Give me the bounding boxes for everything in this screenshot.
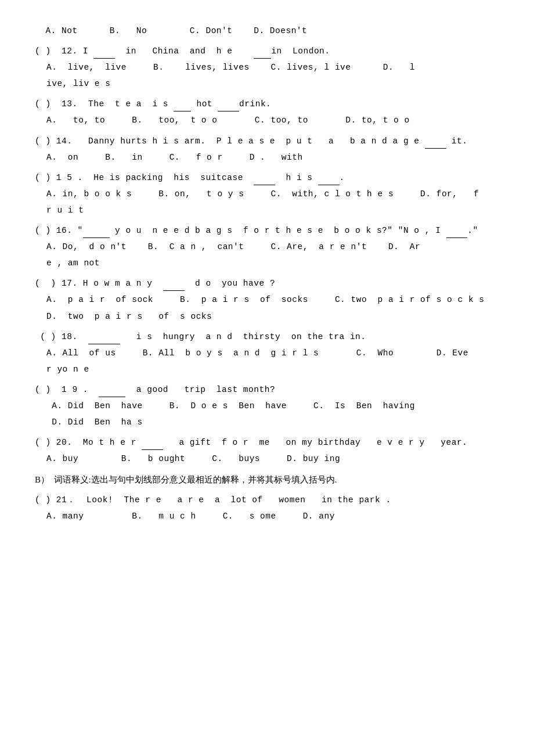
q16-options1: A. Do, d o n't B. C a n , can't C. Are, …	[46, 239, 499, 254]
q17-stem: ( ) 17. H o w m a n y d o you have ?	[35, 275, 499, 291]
q20-options: A. buy B. b ought C. buys D. buy ing	[46, 451, 499, 466]
q19-block: ( ) 1 9 . a good trip last month? A. Did…	[35, 381, 499, 430]
q14-options: A. on B. in C. f o r D . with	[46, 150, 499, 165]
q17-options1: A. p a i r of sock B. p a i r s of socks…	[46, 292, 499, 307]
q14-block: ( ) 14. Danny hurts h i s arm. P l e a s…	[35, 133, 499, 165]
q18-block: ( ) 18. i s hungry a n d thirsty on the …	[35, 329, 499, 377]
q15-options2: r u i t	[46, 203, 499, 218]
q19-options1: A. Did Ben have B. D o e s Ben have C. I…	[46, 398, 499, 413]
q13-options: A. to, to B. too, t o o C. too, to D. to…	[46, 113, 499, 128]
q13-stem: ( ) 13. The t e a i s hot drink.	[35, 96, 499, 111]
q12-options1: A. live, live B. lives, lives C. lives, …	[46, 60, 499, 75]
q21-stem: ( ) 21． Look! The r e a r e a lot of wom…	[35, 492, 499, 507]
q19-options2: D. Did Ben ha s	[46, 415, 499, 430]
q18-stem: ( ) 18. i s hungry a n d thirsty on the …	[35, 329, 499, 344]
q17-options2: D. two p a i r s of s ocks	[46, 309, 499, 324]
q12-block: ( ) 12. I in China and h e in London. A.…	[35, 43, 499, 91]
q15-options1: A. in, b o o k s B. on, t o y s C. with,…	[46, 186, 499, 201]
q12-options2: ive, liv e s	[46, 76, 499, 91]
q21-block: ( ) 21． Look! The r e a r e a lot of wom…	[35, 492, 499, 524]
q16-options2: e , am not	[46, 255, 499, 271]
q18-options2: r yo n e	[46, 362, 499, 377]
q19-stem: ( ) 1 9 . a good trip last month?	[35, 381, 499, 397]
section-b-label: B） 词语释义:选出与句中划线部分意义最相近的解释，并将其标号填入括号内.	[35, 472, 499, 488]
q20-block: ( ) 20. Mo t h e r a gift f o r me on my…	[35, 434, 499, 466]
q14-stem: ( ) 14. Danny hurts h i s arm. P l e a s…	[35, 133, 499, 149]
section-b-header: B） 词语释义:选出与句中划线部分意义最相近的解释，并将其标号填入括号内.	[35, 472, 499, 488]
q13-block: ( ) 13. The t e a i s hot drink. A. to, …	[35, 96, 499, 128]
q16-block: ( ) 16. " y o u n e e d b a g s f o r t …	[35, 222, 499, 271]
q11-options-line: A. Not B. No C. Don't D. Doesn't	[35, 23, 499, 38]
q15-stem: ( ) 1 5 . He is packing his suitcase h i…	[35, 170, 499, 185]
q12-stem: ( ) 12. I in China and h e in London.	[35, 43, 499, 59]
q21-options: A. many B. m u c h C. s ome D. any	[46, 509, 499, 524]
q16-stem: ( ) 16. " y o u n e e d b a g s f o r t …	[35, 222, 499, 238]
q20-stem: ( ) 20. Mo t h e r a gift f o r me on my…	[35, 434, 499, 450]
q17-block: ( ) 17. H o w m a n y d o you have ? A. …	[35, 275, 499, 323]
q11-options-block: A. Not B. No C. Don't D. Doesn't	[35, 23, 499, 38]
q18-options1: A. All of us B. All b o y s a n d g i r …	[46, 345, 499, 361]
exam-content: A. Not B. No C. Don't D. Doesn't ( ) 12.…	[35, 23, 499, 524]
q15-block: ( ) 1 5 . He is packing his suitcase h i…	[35, 170, 499, 218]
